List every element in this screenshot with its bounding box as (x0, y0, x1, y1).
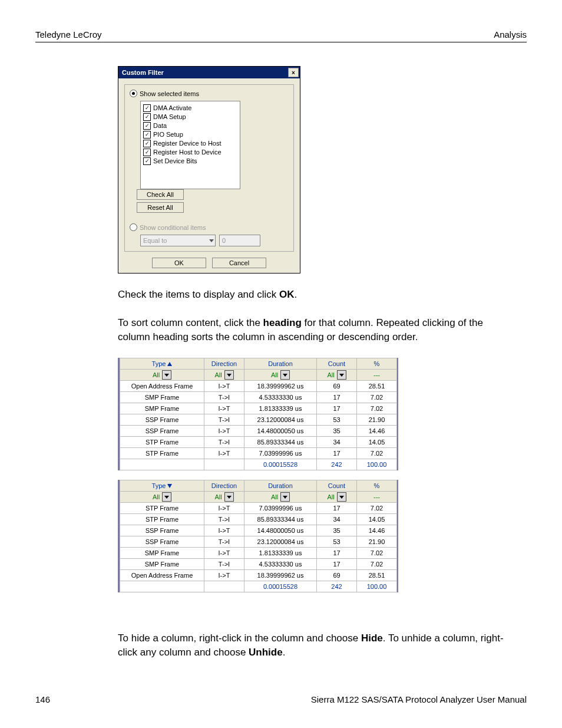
checkbox-icon[interactable] (143, 157, 151, 165)
paragraph-hide-column: To hide a column, right-click in the col… (118, 631, 515, 660)
radio-off-icon (130, 223, 137, 231)
filter-value: All (214, 371, 222, 378)
footer-page-number: 146 (35, 694, 50, 704)
table-row: SMP FrameI->T1.81333339 us177.02 (120, 403, 397, 414)
col-header-duration[interactable]: Duration (244, 358, 317, 370)
col-header-pct[interactable]: % (357, 358, 397, 370)
item-label: Set Device Bits (153, 157, 197, 166)
ok-button[interactable]: OK (152, 258, 206, 268)
header-left: Teledyne LeCroy (35, 29, 102, 39)
filter-value: All (271, 493, 278, 500)
item-label: Register Host to Device (153, 148, 222, 157)
item-label: PIO Setup (153, 130, 183, 139)
radio-show-selected[interactable]: Show selected items (130, 90, 289, 97)
filter-dropdown-icon[interactable] (162, 370, 171, 380)
table-row: SMP FrameT->I4.53333330 us177.02 (120, 392, 397, 403)
checkbox-icon[interactable] (143, 104, 151, 112)
close-icon[interactable]: × (288, 68, 299, 77)
filter-dropdown-icon[interactable] (280, 492, 290, 502)
stats-table-descending: Type Direction Duration Count % All All … (118, 480, 398, 592)
paragraph-sort-column: To sort column content, click the headin… (118, 316, 515, 344)
item-label: Data (153, 121, 167, 130)
filter-value: --- (373, 493, 380, 500)
custom-filter-dialog: Custom Filter × Show selected items DMA … (118, 66, 300, 274)
dialog-title: Custom Filter (122, 69, 164, 76)
table-total-row: 0.00015528242100.00 (120, 459, 397, 470)
item-label: Register Device to Host (153, 139, 222, 148)
col-header-type[interactable]: Type (120, 480, 204, 492)
filter-value: --- (373, 371, 380, 378)
table-total-row: 0.00015528242100.00 (120, 581, 397, 592)
filter-dropdown-icon[interactable] (224, 370, 234, 380)
filter-dropdown-icon[interactable] (280, 370, 290, 380)
table-row: Open Address FrameI->T18.39999962 us6928… (120, 570, 397, 581)
filter-value: All (327, 371, 334, 378)
radio-label-conditional: Show conditional items (140, 224, 206, 231)
radio-label-selected: Show selected items (140, 90, 199, 97)
sort-asc-icon (167, 362, 172, 366)
col-header-duration[interactable]: Duration (244, 480, 317, 492)
filter-value: All (327, 493, 334, 500)
filter-value: All (214, 493, 222, 500)
table-row: SMP FrameI->T1.81333339 us177.02 (120, 548, 397, 559)
filter-value: All (153, 371, 160, 378)
header-right: Analysis (494, 29, 527, 39)
table-row: SSP FrameT->I23.12000084 us5321.90 (120, 536, 397, 548)
col-header-direction[interactable]: Direction (204, 358, 244, 370)
table-row: SSP FrameI->T14.48000050 us3514.46 (120, 426, 397, 437)
col-header-direction[interactable]: Direction (204, 480, 244, 492)
table-row: SSP FrameT->I23.12000084 us5321.90 (120, 414, 397, 426)
stats-table-ascending: Type Direction Duration Count % All All … (118, 358, 398, 470)
table-row: STP FrameI->T7.03999996 us177.02 (120, 503, 397, 514)
paragraph-check-items: Check the items to display and click OK. (118, 288, 515, 302)
item-label: DMA Setup (153, 113, 186, 121)
chevron-down-icon (209, 239, 214, 242)
checkbox-icon[interactable] (143, 140, 151, 147)
filter-dropdown-icon[interactable] (337, 370, 346, 380)
sort-desc-icon (167, 484, 172, 488)
checkbox-icon[interactable] (143, 122, 151, 130)
table-row: SSP FrameI->T14.48000050 us3514.46 (120, 525, 397, 536)
filter-dropdown-icon[interactable] (337, 492, 346, 502)
item-label: DMA Activate (153, 104, 191, 113)
filter-value: All (153, 493, 160, 500)
condition-value-input: 0 (219, 235, 260, 246)
condition-operator-select: Equal to (140, 235, 216, 246)
reset-all-button[interactable]: Reset All (137, 202, 184, 213)
table-row: STP FrameT->I85.89333344 us3414.05 (120, 437, 397, 448)
footer-manual-title: Sierra M122 SAS/SATA Protocol Analyzer U… (311, 694, 527, 704)
table-row: STP FrameT->I85.89333344 us3414.05 (120, 514, 397, 525)
filter-value: All (271, 371, 278, 378)
cancel-button[interactable]: Cancel (212, 258, 266, 268)
checkbox-icon[interactable] (143, 131, 151, 139)
table-row: SMP FrameT->I4.53333330 us177.02 (120, 559, 397, 570)
radio-on-icon (130, 90, 137, 97)
col-header-type[interactable]: Type (120, 358, 204, 370)
checkbox-icon[interactable] (143, 113, 151, 121)
table-row: Open Address FrameI->T18.39999962 us6928… (120, 381, 397, 392)
check-all-button[interactable]: Check All (137, 189, 184, 200)
checkbox-icon[interactable] (143, 149, 151, 156)
radio-show-conditional[interactable]: Show conditional items (130, 223, 289, 231)
col-header-count[interactable]: Count (317, 480, 357, 492)
col-header-pct[interactable]: % (357, 480, 397, 492)
select-value: Equal to (143, 237, 167, 244)
col-header-count[interactable]: Count (317, 358, 357, 370)
filter-dropdown-icon[interactable] (162, 492, 171, 502)
table-row: STP FrameI->T7.03999996 us177.02 (120, 448, 397, 459)
items-listbox[interactable]: DMA Activate DMA Setup Data PIO Setup Re… (140, 101, 240, 189)
filter-dropdown-icon[interactable] (224, 492, 234, 502)
